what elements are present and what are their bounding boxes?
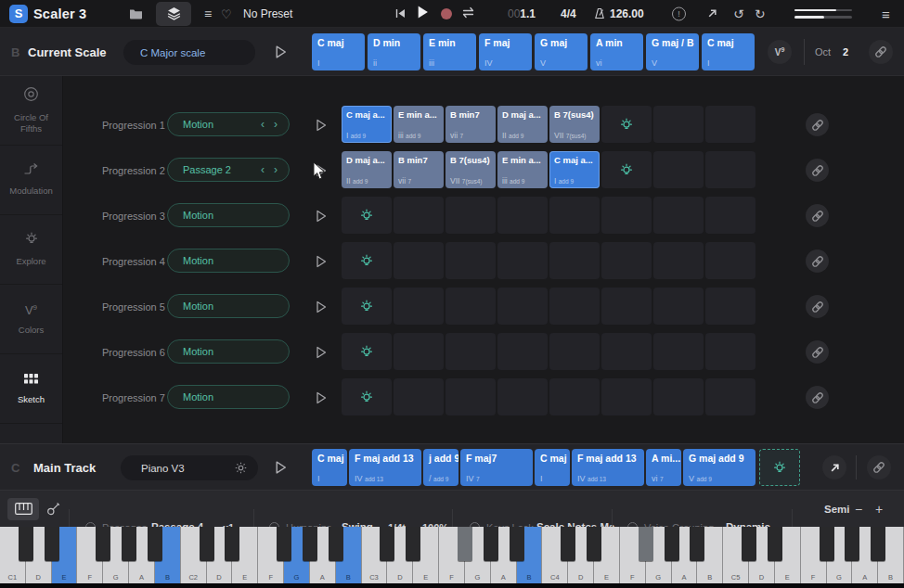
main-track-chord-2[interactable]: F maj add 13IV add 13 — [349, 449, 421, 486]
browser-button[interactable] — [123, 4, 149, 24]
empty-chord-slot[interactable] — [394, 242, 444, 279]
progression-mode-selector[interactable]: Motion — [167, 294, 290, 318]
semi-increment-button[interactable]: + — [875, 502, 883, 517]
scale-selector[interactable]: C Major scale — [123, 40, 255, 65]
black-key-after-D-29[interactable] — [768, 527, 782, 561]
empty-chord-slot[interactable] — [446, 333, 496, 370]
chevron-left-icon[interactable]: ‹ — [261, 163, 265, 176]
progression-mode-selector[interactable]: Motion‹› — [167, 112, 290, 136]
black-key-after-G-4[interactable] — [122, 527, 136, 561]
progression-play-button[interactable] — [316, 346, 327, 359]
empty-chord-slot[interactable] — [705, 106, 755, 143]
progression-link-button[interactable] — [806, 113, 829, 136]
progression-mode-selector[interactable]: Passage 2‹› — [167, 158, 290, 182]
empty-chord-slot[interactable] — [653, 106, 704, 143]
scale-link-button[interactable] — [869, 40, 893, 64]
black-key-after-D-8[interactable] — [225, 527, 239, 561]
redo-button[interactable]: ↻ — [755, 6, 766, 21]
black-key-after-A-19[interactable] — [510, 527, 524, 561]
black-key-after-D-15[interactable] — [406, 527, 420, 561]
export-button[interactable] — [707, 6, 717, 22]
chord-slot-3[interactable]: B 7(sus4)VII 7(sus4) — [446, 151, 496, 188]
progression-play-button[interactable] — [316, 300, 327, 313]
suggest-chord-slot[interactable] — [342, 197, 392, 234]
progression-play-button[interactable] — [316, 119, 327, 132]
empty-chord-slot[interactable] — [653, 288, 704, 325]
black-key-after-G-11[interactable] — [303, 527, 317, 561]
progression-play-button[interactable] — [316, 255, 327, 268]
empty-chord-slot[interactable] — [705, 151, 755, 188]
scale-chord-pad-4[interactable]: F majIV — [479, 33, 532, 70]
volume-slider[interactable] — [794, 9, 852, 19]
black-key-after-A-33[interactable] — [871, 527, 885, 561]
empty-chord-slot[interactable] — [394, 378, 444, 415]
empty-chord-slot[interactable] — [705, 333, 755, 370]
empty-chord-slot[interactable] — [446, 197, 496, 234]
progression-play-button[interactable] — [316, 210, 327, 223]
record-button[interactable] — [441, 8, 452, 19]
empty-chord-slot[interactable] — [601, 288, 652, 325]
progression-link-button[interactable] — [806, 295, 829, 318]
black-key-after-C4-21[interactable] — [561, 527, 575, 561]
empty-chord-slot[interactable] — [394, 288, 444, 325]
empty-chord-slot[interactable] — [446, 288, 496, 325]
empty-chord-slot[interactable] — [601, 378, 652, 415]
suggest-chord-slot[interactable] — [342, 288, 392, 325]
empty-chord-slot[interactable] — [394, 333, 444, 370]
chord-slot-5[interactable]: B 7(sus4)VII 7(sus4) — [549, 106, 600, 143]
empty-chord-slot[interactable] — [497, 333, 548, 370]
black-key-after-F-24[interactable] — [639, 527, 653, 561]
main-track-chord-7[interactable]: A mi...vi 7 — [646, 449, 681, 486]
progression-link-button[interactable] — [806, 249, 829, 273]
scale-chord-pad-7[interactable]: G maj / BV — [646, 33, 699, 70]
empty-chord-slot[interactable] — [705, 197, 755, 234]
main-track-chord-6[interactable]: F maj add 13IV add 13 — [572, 449, 644, 486]
empty-chord-slot[interactable] — [497, 378, 548, 415]
chord-slot-4[interactable]: D maj a...II add 9 — [497, 106, 548, 143]
chord-slot-4[interactable]: E min a...iii add 9 — [497, 151, 548, 188]
sidebar-item-colors[interactable]: V9Colors — [0, 285, 62, 354]
black-key-after-G-32[interactable] — [845, 527, 859, 561]
instrument-settings-icon[interactable] — [235, 462, 247, 474]
octave-value[interactable]: 2 — [843, 46, 848, 58]
progression-link-button[interactable] — [806, 386, 829, 409]
main-track-chord-8[interactable]: G maj add 9V add 9 — [683, 449, 755, 486]
scale-chord-pad-8[interactable]: C majI — [702, 33, 755, 70]
empty-chord-slot[interactable] — [653, 378, 704, 415]
chevron-right-icon[interactable]: › — [274, 163, 278, 176]
black-key-after-F-3[interactable] — [96, 527, 110, 561]
suggest-chord-slot[interactable] — [342, 242, 392, 279]
empty-chord-slot[interactable] — [549, 378, 600, 415]
empty-chord-slot[interactable] — [705, 288, 755, 325]
black-key-after-A-12[interactable] — [329, 527, 343, 561]
suggest-chord-slot[interactable] — [342, 378, 392, 415]
loop-button[interactable] — [461, 6, 475, 22]
empty-chord-slot[interactable] — [601, 333, 652, 370]
black-key-after-C2-7[interactable] — [200, 527, 214, 561]
chord-slot-1[interactable]: C maj a...I add 9 — [342, 106, 392, 143]
scale-chord-pad-5[interactable]: G majV — [535, 33, 588, 70]
chord-slot-5[interactable]: C maj a...I add 9 — [549, 151, 600, 188]
preset-name[interactable]: No Preset — [243, 7, 292, 20]
suggest-chord-slot[interactable] — [342, 333, 392, 370]
empty-chord-slot[interactable] — [549, 333, 600, 370]
chevron-right-icon[interactable]: › — [274, 118, 278, 131]
black-key-after-F-31[interactable] — [820, 527, 834, 561]
suggest-chord-slot[interactable] — [601, 106, 652, 143]
suggest-chord-slot[interactable] — [759, 449, 800, 486]
suggest-chord-slot[interactable] — [601, 151, 652, 188]
empty-chord-slot[interactable] — [653, 242, 704, 279]
sidebar-item-sketch[interactable]: Sketch — [0, 354, 62, 424]
black-key-after-D-22[interactable] — [587, 527, 601, 561]
main-track-chord-1[interactable]: C majI — [312, 449, 347, 486]
keyboard-view-button[interactable] — [7, 498, 39, 520]
empty-chord-slot[interactable] — [497, 288, 548, 325]
scale-chord-pad-3[interactable]: E miniii — [423, 33, 476, 70]
progression-link-button[interactable] — [806, 204, 829, 227]
black-key-after-C5-28[interactable] — [742, 527, 756, 561]
sidebar-item-modulation[interactable]: Modulation — [0, 146, 62, 215]
skip-to-start-button[interactable] — [395, 6, 406, 22]
progression-mode-selector[interactable]: Motion — [167, 249, 290, 273]
empty-chord-slot[interactable] — [653, 151, 704, 188]
black-key-after-A-5[interactable] — [148, 527, 162, 561]
